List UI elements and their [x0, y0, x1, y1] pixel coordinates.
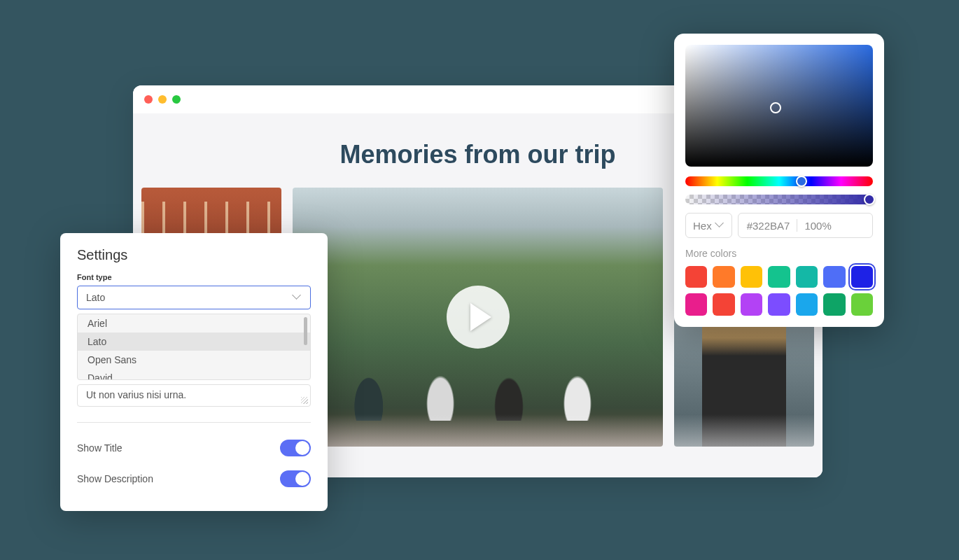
alpha-slider[interactable] [685, 195, 873, 204]
textarea-value: Ut non varius nisi urna. [86, 389, 186, 400]
font-type-select[interactable]: Lato [77, 286, 311, 309]
settings-title: Settings [77, 247, 311, 263]
color-swatch[interactable] [713, 293, 734, 315]
chevron-down-icon [716, 221, 724, 230]
show-title-row: Show Title [77, 433, 311, 463]
color-swatch[interactable] [851, 293, 873, 315]
play-button[interactable] [447, 286, 510, 349]
color-format-value: Hex [693, 220, 712, 232]
font-type-value: Lato [86, 292, 105, 303]
swatch-grid [685, 266, 873, 316]
more-colors-label: More colors [685, 248, 873, 259]
show-description-label: Show Description [77, 473, 153, 484]
window-minimize-button[interactable] [158, 95, 167, 104]
font-option-lato[interactable]: Lato [78, 332, 310, 351]
font-type-dropdown: Ariel Lato Open Sans David [77, 314, 311, 380]
divider [77, 422, 311, 423]
color-swatch[interactable] [768, 293, 790, 315]
show-description-row: Show Description [77, 463, 311, 494]
color-format-select[interactable]: Hex [685, 213, 732, 238]
window-maximize-button[interactable] [172, 95, 181, 104]
show-title-toggle[interactable] [280, 440, 311, 456]
color-picker-panel: Hex #322BA7 100% More colors [674, 34, 884, 327]
window-close-button[interactable] [144, 95, 153, 104]
color-swatch[interactable] [796, 293, 818, 315]
resize-handle-icon[interactable] [301, 397, 308, 404]
chevron-down-icon [293, 293, 302, 302]
sv-cursor[interactable] [770, 102, 781, 113]
settings-panel: Settings Font type Lato Ariel Lato Open … [60, 233, 328, 511]
hue-slider[interactable] [685, 176, 873, 186]
color-swatch[interactable] [823, 293, 845, 315]
gallery-item-center[interactable] [293, 188, 663, 447]
color-swatch[interactable] [741, 293, 762, 315]
color-swatch[interactable] [685, 293, 707, 315]
font-option-david[interactable]: David [78, 369, 310, 380]
alpha-thumb[interactable] [864, 194, 875, 205]
description-textarea[interactable]: Ut non varius nisi urna. [77, 384, 311, 407]
show-description-toggle[interactable] [280, 470, 311, 487]
toggle-knob [295, 441, 309, 455]
alpha-value: 100% [804, 220, 831, 232]
color-swatch[interactable] [741, 266, 762, 288]
color-input-row: Hex #322BA7 100% [685, 213, 873, 238]
color-swatch[interactable] [796, 266, 818, 288]
font-type-label: Font type [77, 273, 311, 281]
color-swatch[interactable] [851, 266, 873, 288]
hue-thumb[interactable] [796, 176, 807, 187]
color-swatch[interactable] [713, 266, 734, 288]
color-swatch[interactable] [823, 266, 845, 288]
saturation-value-area[interactable] [685, 45, 873, 167]
play-icon [470, 303, 491, 331]
show-title-label: Show Title [77, 442, 122, 454]
font-option-ariel[interactable]: Ariel [78, 314, 310, 332]
color-swatch[interactable] [768, 266, 790, 288]
hex-value: #322BA7 [747, 220, 790, 232]
font-option-opensans[interactable]: Open Sans [78, 351, 310, 369]
dropdown-scrollbar[interactable] [304, 317, 307, 345]
color-swatch[interactable] [685, 266, 707, 288]
toggle-knob [295, 472, 309, 486]
divider [797, 219, 797, 232]
color-value-box[interactable]: #322BA7 100% [738, 213, 873, 238]
